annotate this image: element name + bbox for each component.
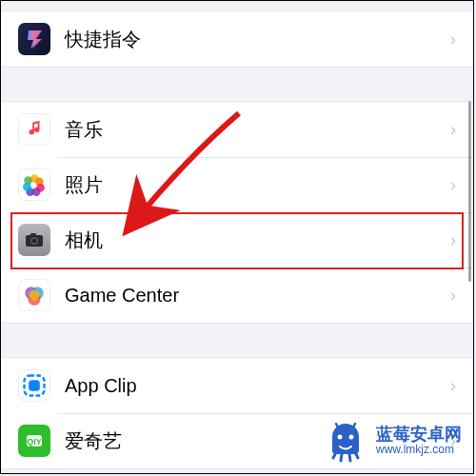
iqiyi-icon: iQIYI — [18, 425, 50, 457]
svg-point-19 — [338, 435, 343, 440]
settings-group-1: 快捷指令 › — [1, 10, 473, 68]
settings-list: 快捷指令 › 音乐 › 照片 — [0, 0, 474, 474]
shortcuts-icon — [18, 23, 50, 55]
gamecenter-icon — [18, 279, 50, 311]
row-music[interactable]: 音乐 › — [1, 102, 473, 157]
svg-point-20 — [349, 435, 354, 440]
scrollbar-indicator — [468, 101, 471, 282]
svg-rect-8 — [30, 233, 36, 236]
svg-point-6 — [24, 176, 32, 185]
row-label: 音乐 — [65, 117, 450, 143]
row-label: App Clip — [65, 375, 450, 397]
svg-text:iQIYI: iQIYI — [25, 437, 45, 446]
row-gamecenter[interactable]: Game Center › — [1, 268, 473, 323]
chevron-right-icon: › — [450, 175, 456, 195]
chevron-right-icon: › — [450, 286, 456, 306]
chevron-right-icon: › — [450, 30, 456, 50]
appclip-icon — [18, 369, 50, 402]
row-label: Game Center — [65, 285, 450, 307]
chevron-right-icon: › — [450, 376, 456, 396]
watermark-title: 蓝莓安卓网 — [376, 425, 462, 445]
row-shortcuts[interactable]: 快捷指令 › — [1, 11, 473, 67]
svg-point-14 — [30, 290, 40, 301]
row-photos[interactable]: 照片 › — [1, 157, 473, 212]
watermark-mascot-icon — [323, 418, 368, 464]
settings-group-2: 音乐 › 照片 › 相机 › — [1, 101, 473, 324]
camera-icon — [18, 224, 50, 256]
svg-rect-16 — [29, 380, 40, 391]
row-label: 照片 — [65, 172, 450, 198]
watermark: 蓝莓安卓网 www.lmkjz.com — [323, 418, 462, 464]
row-label: 快捷指令 — [65, 27, 450, 52]
watermark-text: 蓝莓安卓网 www.lmkjz.com — [376, 425, 462, 457]
row-label: 相机 — [65, 228, 450, 253]
watermark-url: www.lmkjz.com — [376, 444, 462, 457]
music-icon — [18, 113, 50, 146]
photos-icon — [18, 169, 50, 201]
svg-point-10 — [32, 239, 36, 243]
row-camera[interactable]: 相机 › — [1, 212, 473, 268]
row-appclip[interactable]: App Clip › — [1, 358, 473, 413]
chevron-right-icon: › — [450, 230, 456, 250]
chevron-right-icon: › — [450, 120, 456, 140]
